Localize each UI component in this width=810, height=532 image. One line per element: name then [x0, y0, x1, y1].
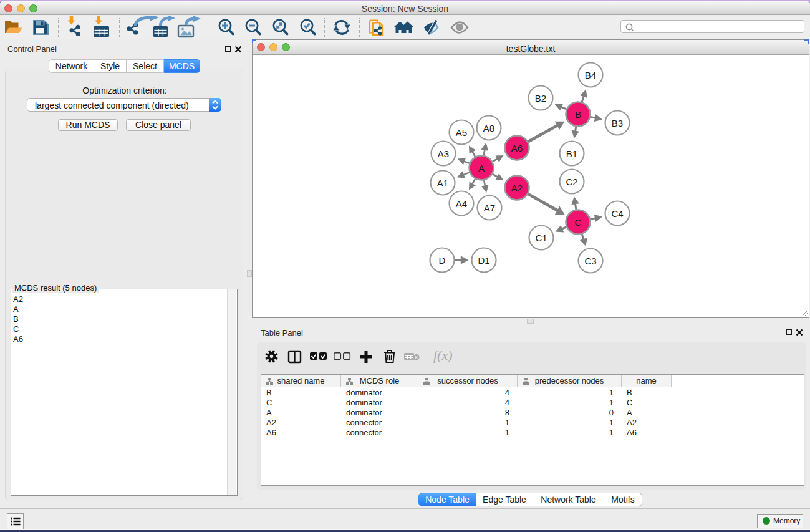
svg-text:C4: C4	[611, 208, 623, 219]
svg-text:C3: C3	[584, 256, 596, 266]
svg-text:C1: C1	[535, 233, 547, 243]
svg-text:B4: B4	[585, 70, 596, 80]
svg-text:D: D	[439, 255, 446, 266]
svg-text:B3: B3	[612, 118, 623, 128]
svg-text:A5: A5	[456, 127, 467, 138]
svg-text:A6: A6	[511, 143, 523, 153]
svg-text:A3: A3	[438, 148, 449, 159]
svg-text:A2: A2	[511, 183, 523, 193]
svg-text:A: A	[478, 163, 485, 173]
svg-text:B1: B1	[566, 148, 577, 159]
svg-text:A8: A8	[483, 123, 494, 133]
svg-text:C: C	[575, 217, 582, 228]
svg-text:A4: A4	[456, 198, 467, 209]
svg-text:B: B	[575, 109, 581, 120]
svg-text:C2: C2	[566, 177, 577, 187]
svg-text:A7: A7	[484, 203, 495, 213]
svg-text:B2: B2	[535, 93, 546, 104]
svg-text:A1: A1	[437, 178, 448, 188]
svg-text:D1: D1	[478, 255, 489, 266]
